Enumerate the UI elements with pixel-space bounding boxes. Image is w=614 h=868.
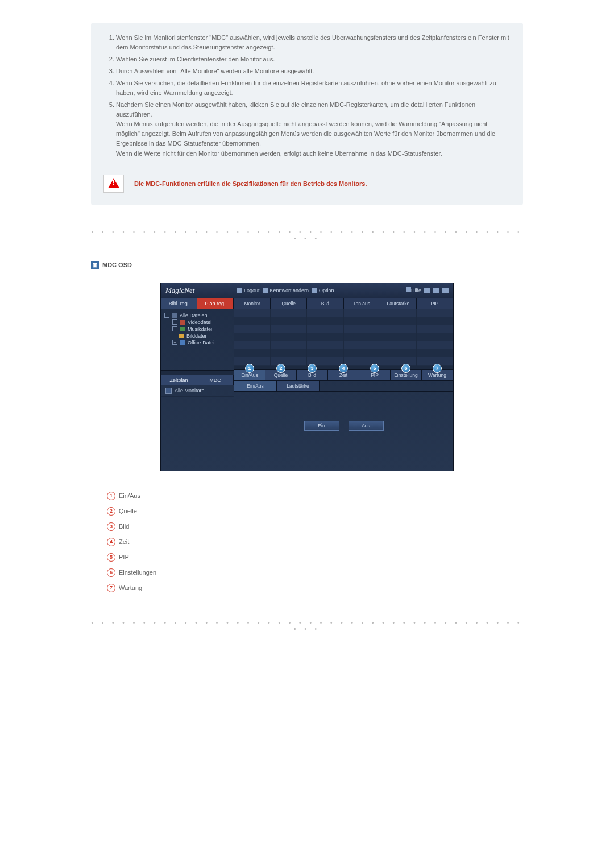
- instruction-item: Wählen Sie zuerst im Clientlistenfenster…: [116, 55, 511, 64]
- separator: • • • • • • • • • • • • • • • • • • • • …: [91, 620, 523, 632]
- instruction-item: Wenn Sie im Monitorlistenfenster "MDC" a…: [116, 33, 511, 52]
- legend-num-6: 6: [107, 568, 115, 577]
- expand-icon[interactable]: +: [172, 326, 177, 331]
- legend-item: 1Ein/Aus: [107, 488, 523, 504]
- monitor-tab[interactable]: Lautstärke: [380, 298, 417, 309]
- separator: • • • • • • • • • • • • • • • • • • • • …: [91, 229, 523, 242]
- tree-item[interactable]: +Videodatei: [164, 319, 230, 326]
- detail-tab-power[interactable]: Ein/Aus: [234, 381, 277, 391]
- collapse-icon[interactable]: −: [164, 313, 169, 318]
- monitor-tab[interactable]: PIP: [417, 298, 453, 309]
- app-screenshot: MagicNet Logout Kennwort ändern Option H…: [160, 283, 454, 471]
- app-logo: MagicNet: [165, 286, 237, 295]
- section-header: ▣ MDC OSD: [91, 261, 523, 269]
- power-off-button[interactable]: Aus: [349, 421, 384, 431]
- toolbar-logout[interactable]: Logout: [237, 288, 260, 293]
- toolbar-help[interactable]: Hilfe: [406, 287, 421, 293]
- legend-num-1: 1: [107, 492, 115, 500]
- power-on-button[interactable]: Ein: [304, 421, 339, 431]
- legend-item: 7Wartung: [107, 580, 523, 596]
- callout-4: 4: [339, 364, 348, 373]
- legend-num-4: 4: [107, 538, 115, 546]
- callout-7: 7: [433, 364, 442, 373]
- mdc-tab-source[interactable]: 2Quelle: [265, 370, 297, 380]
- mdc-tabs: 1Ein/Aus 2Quelle 3Bild 4Zeit 5PIP 6Einst…: [234, 370, 453, 381]
- window-close-icon[interactable]: [442, 288, 449, 293]
- folder-icon: [179, 334, 184, 338]
- monitor-tab[interactable]: Quelle: [271, 298, 307, 309]
- legend-item: 5PIP: [107, 550, 523, 565]
- key-icon: [263, 288, 268, 293]
- detail-panel: Ein Aus: [234, 391, 453, 460]
- callout-1: 1: [245, 364, 254, 373]
- warning-text: Die MDC-Funktionen erfüllen die Spezifik…: [134, 180, 367, 187]
- side-tab-schedule[interactable]: Zeitplan: [161, 375, 197, 385]
- expand-icon[interactable]: +: [172, 319, 177, 325]
- window-min-icon[interactable]: [424, 288, 430, 293]
- client-list: Alle Monitore: [161, 385, 234, 471]
- tree-item[interactable]: +Musikdatei: [164, 326, 230, 333]
- file-tree: −Alle Dateien +Videodatei +Musikdatei Bi…: [161, 309, 234, 371]
- section-title: MDC OSD: [102, 261, 132, 268]
- warning-icon: [103, 175, 124, 193]
- splitter[interactable]: [161, 371, 234, 375]
- checkbox[interactable]: [165, 388, 172, 394]
- tree-item[interactable]: +Office-Datei: [164, 339, 230, 346]
- callout-6: 6: [401, 364, 410, 373]
- mdc-tab-maintenance[interactable]: 7Wartung: [422, 370, 453, 380]
- instruction-item: Wenn Sie versuchen, die detaillierten Fu…: [116, 78, 511, 98]
- expand-icon[interactable]: +: [172, 340, 177, 345]
- instruction-item: Durch Auswählen von "Alle Monitore" werd…: [116, 67, 511, 76]
- legend-num-3: 3: [107, 522, 115, 531]
- app-titlebar: MagicNet Logout Kennwort ändern Option H…: [161, 283, 453, 298]
- callout-2: 2: [276, 364, 285, 373]
- logout-icon: [237, 288, 242, 293]
- monitor-tab[interactable]: Ton aus: [344, 298, 380, 309]
- section-icon: ▣: [91, 261, 99, 269]
- mdc-tab-setting[interactable]: 6Einstellung: [391, 370, 422, 380]
- instruction-box: Wenn Sie im Monitorlistenfenster "MDC" a…: [91, 23, 523, 205]
- window-max-icon[interactable]: [433, 288, 439, 293]
- monitor-tab[interactable]: Monitor: [234, 298, 271, 309]
- legend-item: 3Bild: [107, 519, 523, 534]
- toolbar-password[interactable]: Kennwort ändern: [263, 288, 309, 293]
- legend-item: 6Einstellungen: [107, 565, 523, 580]
- legend-num-2: 2: [107, 507, 115, 516]
- tree-root[interactable]: −Alle Dateien: [164, 312, 230, 319]
- callout-3: 3: [308, 364, 317, 373]
- monitor-tabs: Monitor Quelle Bild Ton aus Lautstärke P…: [234, 298, 453, 309]
- folder-icon: [180, 320, 185, 325]
- legend-num-7: 7: [107, 584, 115, 592]
- mdc-tab-time[interactable]: 4Zeit: [328, 370, 359, 380]
- instruction-item: Nachdem Sie einen Monitor ausgewählt hab…: [116, 100, 511, 158]
- legend: 1Ein/Aus 2Quelle 3Bild 4Zeit 5PIP 6Einst…: [107, 488, 523, 596]
- folder-icon: [172, 313, 177, 318]
- legend-item: 2Quelle: [107, 504, 523, 519]
- monitor-status-grid: [234, 309, 453, 366]
- monitor-tab[interactable]: Bild: [307, 298, 343, 309]
- client-all-monitors[interactable]: Alle Monitore: [161, 385, 234, 397]
- folder-icon: [180, 327, 185, 331]
- mdc-tab-pip[interactable]: 5PIP: [359, 370, 391, 380]
- help-icon: [406, 287, 411, 292]
- callout-5: 5: [370, 364, 379, 373]
- warning-row: Die MDC-Funktionen erfüllen die Spezifik…: [103, 175, 511, 193]
- toolbar-option[interactable]: Option: [312, 288, 334, 293]
- legend-num-5: 5: [107, 553, 115, 562]
- mdc-tab-picture[interactable]: 3Bild: [297, 370, 328, 380]
- side-tab-mdc[interactable]: MDC: [197, 375, 234, 385]
- side-tab-plan[interactable]: Plan reg.: [197, 298, 234, 309]
- side-tab-library[interactable]: Bibl. reg.: [161, 298, 197, 309]
- gear-icon: [312, 288, 317, 293]
- legend-item: 4Zeit: [107, 534, 523, 550]
- detail-tab-volume[interactable]: Lautstärke: [277, 381, 320, 391]
- mdc-tab-power[interactable]: 1Ein/Aus: [234, 370, 265, 380]
- tree-item[interactable]: Bilddatei: [164, 333, 230, 339]
- folder-icon: [180, 340, 185, 345]
